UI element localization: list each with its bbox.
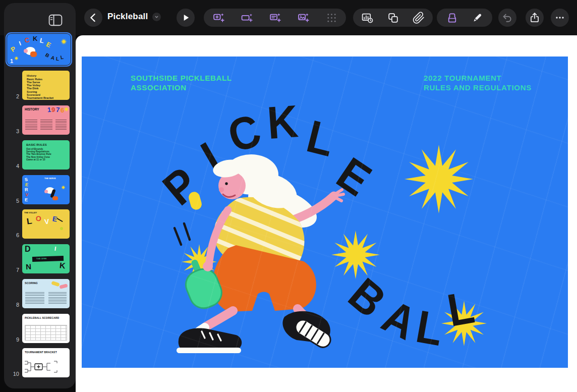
mini-letter: O xyxy=(35,214,42,222)
slide-thumbnail-1[interactable]: P I C K L E B A L L 1 xyxy=(4,34,76,67)
add-slide-button[interactable] xyxy=(211,11,225,25)
slide-thumbnail-9[interactable]: 9 PICKLEBALL SCORECARD xyxy=(4,314,76,344)
insert-shape-button[interactable] xyxy=(386,11,400,25)
nose-shape xyxy=(219,187,224,192)
slide-number: 10 xyxy=(6,371,19,377)
more-button[interactable] xyxy=(551,9,569,27)
front-sole-shape xyxy=(177,348,241,353)
mini-text-lines xyxy=(40,120,52,131)
mini-letter: N xyxy=(25,263,31,271)
mini-title: THE SERVE xyxy=(44,177,56,180)
mini-paddle-shape xyxy=(59,284,68,289)
mini-title: PICKLEBALL SCORECARD xyxy=(25,316,59,319)
year-digit: 7 xyxy=(56,106,60,113)
mini-title: SCORING xyxy=(25,282,38,285)
sidebar-toggle-button[interactable] xyxy=(48,14,63,26)
layout-grid-icon xyxy=(326,12,337,24)
document-menu-button[interactable] xyxy=(152,13,161,21)
slide-number: 8 xyxy=(6,302,19,308)
share-icon xyxy=(529,12,541,24)
add-media-button[interactable] xyxy=(296,11,310,25)
mini-face-shape xyxy=(24,49,28,53)
year-digit: 6 xyxy=(61,107,64,114)
mini-title: TOURNAMENT BRACKET xyxy=(25,351,57,354)
slide-number: 3 xyxy=(6,128,19,134)
mini-scorecard-grid xyxy=(25,325,67,341)
add-scene-icon xyxy=(241,12,253,24)
mini-letter: D xyxy=(25,245,31,253)
mini-letter: V xyxy=(44,218,49,226)
org-textbox[interactable]: SOUTHSIDE PICKLEBALL ASSOCIATION xyxy=(131,73,232,92)
slide-thumbnail-5[interactable]: 5 THE SERVE S E R V E xyxy=(4,175,76,205)
event-textbox[interactable]: 2022 TOURNAMENT RULES AND REGULATIONS xyxy=(424,73,532,92)
mini-letter: E xyxy=(45,41,52,48)
motion-lines xyxy=(175,223,190,245)
rules-list: BASIC RULES Out-of-Bounds Serving Regula… xyxy=(26,143,70,161)
mini-ball-shape xyxy=(60,227,63,230)
slide-thumbnail-8[interactable]: 8 SCORING xyxy=(4,279,76,309)
slide-thumbnail-7[interactable]: 7 D I N K THE DINK xyxy=(4,244,76,274)
event-line2: RULES AND REGULATIONS xyxy=(424,83,532,92)
mini-letter: B xyxy=(44,52,50,59)
mini-bracket-diagram xyxy=(24,359,68,375)
mini-letter: L xyxy=(39,37,44,44)
mini-shorts-shape xyxy=(30,51,37,57)
slide-thumbnail-3[interactable]: 3 HISTORY 1 9 7 6 xyxy=(4,105,76,136)
front-leg-shape xyxy=(205,311,233,327)
thumbnail-preview-4: BASIC RULES Out-of-Bounds Serving Regula… xyxy=(22,140,70,170)
slide-number: 5 xyxy=(6,198,19,204)
slide-thumbnail-4[interactable]: 4 BASIC RULES Out-of-Bounds Serving Regu… xyxy=(4,140,76,171)
slide-number: 9 xyxy=(6,337,19,343)
org-line1: SOUTHSIDE PICKLEBALL xyxy=(131,73,232,83)
slide-canvas[interactable]: SOUTHSIDE PICKLEBALL ASSOCIATION 2022 TO… xyxy=(82,57,568,368)
mini-paddle-shape xyxy=(51,281,60,287)
year-digit: 9 xyxy=(51,106,55,113)
undo-button[interactable] xyxy=(498,9,516,27)
add-text-box-button[interactable] xyxy=(268,11,282,25)
mini-letter: A xyxy=(50,55,55,61)
mini-star-shape xyxy=(61,185,66,190)
player-illustration[interactable] xyxy=(152,142,374,364)
back-hand-shape xyxy=(335,190,343,201)
add-media-icon xyxy=(297,12,310,24)
letter: K xyxy=(266,98,300,146)
mini-letter: L xyxy=(60,55,64,61)
mini-text-lines xyxy=(55,120,67,131)
slide-thumbnail-10[interactable]: 10 TOURNAMENT BRACKET xyxy=(4,348,76,378)
mini-letter: L xyxy=(56,57,60,62)
eye-shape xyxy=(225,182,227,185)
style-marker-button[interactable] xyxy=(445,11,459,25)
slide-thumbnail-6[interactable]: 6 THE VOLLEY L O V E xyxy=(4,209,76,240)
thumbnail-preview-8: SCORING xyxy=(22,279,70,308)
slide-number: 2 xyxy=(6,93,19,99)
slide-thumbnail-2[interactable]: 2 History Basic Rules The Serve The Voll… xyxy=(4,71,76,101)
draw-pen-button[interactable] xyxy=(470,11,484,25)
pickleball-shape xyxy=(187,191,203,211)
pen-icon xyxy=(471,12,484,24)
play-button[interactable] xyxy=(177,9,195,27)
mini-letter: C xyxy=(24,36,30,43)
add-scene-button[interactable] xyxy=(240,11,254,25)
agenda-list: History Basic Rules The Serve The Volley… xyxy=(27,74,70,99)
chevron-down-icon xyxy=(154,14,159,20)
thumbnail-preview-2: History Basic Rules The Serve The Volley… xyxy=(22,71,70,100)
share-button[interactable] xyxy=(526,9,544,27)
insert-attachment-button[interactable] xyxy=(412,11,426,25)
document-title[interactable]: Pickleball xyxy=(107,12,161,22)
keynote-app: Pickleball xyxy=(0,0,577,392)
mini-letter: E xyxy=(25,198,28,202)
layout-grid-button[interactable] xyxy=(324,11,338,25)
mini-face-shape xyxy=(44,190,48,193)
back-button[interactable] xyxy=(84,9,102,27)
mini-letter: P xyxy=(10,45,17,53)
thumbnail-preview-1: P I C K L E B A L L xyxy=(7,34,71,65)
mini-shorts-shape xyxy=(52,196,58,200)
mini-text-lines xyxy=(25,120,37,131)
undo-icon xyxy=(501,12,513,24)
slide-navigator: P I C K L E B A L L 1 2 xyxy=(4,3,76,388)
sidebar-toggle-icon xyxy=(48,14,63,26)
insert-chart-button[interactable] xyxy=(360,11,374,25)
insert-chart-icon xyxy=(361,12,374,24)
thumbnail-preview-6: THE VOLLEY L O V E xyxy=(22,209,70,239)
slide-number: 7 xyxy=(6,267,19,273)
